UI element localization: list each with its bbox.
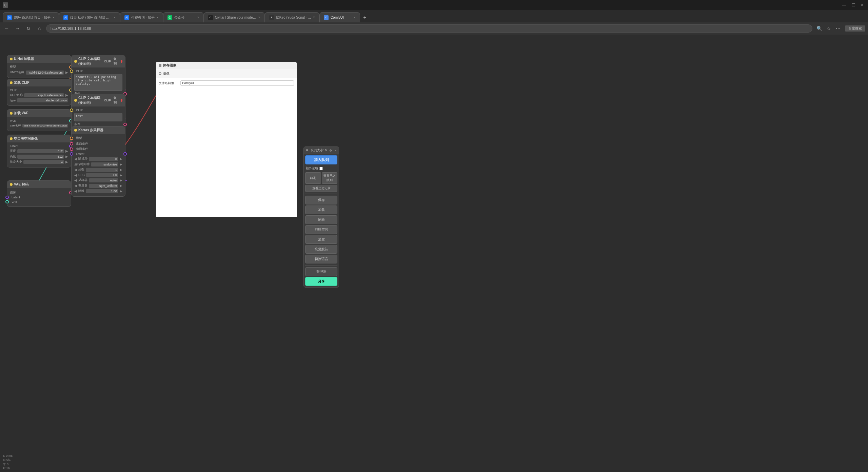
- save-image-dot: [159, 64, 161, 67]
- clip-load-arrow-0[interactable]: ▶: [65, 93, 68, 97]
- settings-button[interactable]: ⋯: [834, 24, 842, 33]
- tab-idkiro[interactable]: I IDKiro (Yuda Song) - ... ×: [265, 12, 319, 22]
- karras-body: 模型 正面条件 负面条件 Latent ◀ 随机种 0 ▶: [72, 134, 125, 196]
- save-image-filename-input[interactable]: [180, 80, 294, 86]
- queue-language-btn[interactable]: 切换语言: [305, 255, 337, 263]
- karras-left-arrow-4[interactable]: ◀: [74, 178, 77, 182]
- tab-zhihu3[interactable]: 知 付费咨询 - 知乎 ×: [120, 12, 163, 22]
- forward-button[interactable]: →: [14, 24, 22, 33]
- karras-latent-output[interactable]: [123, 152, 127, 156]
- clip-text2-clip-connector[interactable]: [70, 109, 73, 112]
- karras-left-arrow-5[interactable]: ◀: [74, 184, 77, 188]
- back-button[interactable]: ←: [3, 24, 11, 33]
- join-queue-button[interactable]: 加入队列: [305, 155, 337, 164]
- karras-right-arrow-4[interactable]: ▶: [120, 178, 122, 182]
- karras-negative-label: 负面条件: [76, 147, 88, 151]
- karras-label-1: 运行时间种: [74, 162, 90, 166]
- save-image-input-connector[interactable]: [159, 72, 161, 75]
- vae-decode-latent-input[interactable]: [5, 196, 9, 199]
- tab-zhihu1[interactable]: 知 (99+ 条消息) 首页 - 知乎 ×: [3, 12, 59, 22]
- address-input[interactable]: [46, 24, 812, 33]
- search-button[interactable]: 🔍: [815, 24, 823, 33]
- close-btn[interactable]: ×: [859, 3, 865, 7]
- queue-settings-icon[interactable]: ⚙: [329, 149, 332, 152]
- clip-text1-textarea[interactable]: beautiful oil painting of a cute cat. hi…: [74, 74, 122, 91]
- new-tab-button[interactable]: +: [360, 13, 370, 22]
- queue-extra-checkbox[interactable]: [319, 167, 323, 170]
- karras-value-6: 1.00: [86, 189, 118, 193]
- karras-right-arrow-2[interactable]: ▶: [120, 168, 122, 172]
- clip-load-value-0: clip_h.safetensors: [24, 93, 64, 97]
- karras-latent-input[interactable]: [70, 152, 73, 156]
- queue-forward-btn[interactable]: 前进: [305, 172, 321, 184]
- clip-text1-close-dot[interactable]: [121, 60, 122, 63]
- clip-text2-output-connector[interactable]: [123, 123, 127, 126]
- karras-model-connector[interactable]: [70, 137, 73, 140]
- clip-text1-clip-connector[interactable]: [70, 70, 73, 73]
- tab-label-2: (1 组私信 / 99+ 条消息) 群...: [70, 15, 112, 20]
- queue-close-icon[interactable]: ×: [335, 149, 337, 152]
- save-image-node: 保存图像 图像 文件名前缀: [156, 62, 297, 217]
- vae-load-field-0: vae名称 vae-ft-6lux-8.0000-ema-pruned.ckpt: [10, 123, 68, 128]
- queue-load-btn[interactable]: 加载: [305, 205, 337, 214]
- tab-close-2[interactable]: ×: [114, 16, 116, 19]
- karras-latent-label: Latent: [76, 152, 84, 156]
- tab-close-1[interactable]: ×: [53, 16, 55, 19]
- tab-close-4[interactable]: ×: [197, 16, 199, 19]
- queue-manager-btn[interactable]: 管理器: [305, 267, 337, 276]
- empty-latent-arrow-0[interactable]: ▶: [65, 149, 68, 153]
- tab-close-3[interactable]: ×: [157, 16, 159, 19]
- tab-wechat[interactable]: 公 公众号 ×: [163, 12, 204, 22]
- empty-latent-label-1: 高度: [10, 154, 16, 159]
- karras-left-arrow-3[interactable]: ◀: [74, 173, 77, 177]
- clip-text2-close-dot[interactable]: [121, 99, 122, 102]
- empty-latent-arrow-2[interactable]: ▶: [65, 160, 68, 164]
- clip-text2-textarea[interactable]: text: [74, 113, 122, 121]
- queue-dots-icon: ⠿: [306, 149, 308, 152]
- tab-civitai[interactable]: C Civitai | Share your models... ×: [204, 12, 265, 22]
- tab-close-6[interactable]: ×: [313, 16, 315, 19]
- vae-decode-vae-input[interactable]: [5, 200, 9, 203]
- karras-field-1: 运行时间种 randomize ▶: [74, 162, 122, 166]
- karras-left-arrow-0[interactable]: ◀: [74, 157, 77, 161]
- karras-right-arrow-6[interactable]: ▶: [120, 189, 122, 193]
- queue-clipboard-btn[interactable]: 剪贴空间: [305, 225, 337, 234]
- home-button[interactable]: ⌂: [35, 24, 43, 33]
- clip-load-node: 加载 CLIP CLIP CLIP名称 clip_h.safetensors ▶…: [7, 79, 71, 106]
- bookmark-button[interactable]: ☆: [825, 24, 833, 33]
- queue-save-btn[interactable]: 保存: [305, 196, 337, 204]
- karras-value-2: 1: [86, 168, 118, 172]
- tab-zhihu2[interactable]: 知 (1 组私信 / 99+ 条消息) 群... ×: [59, 12, 120, 22]
- karras-right-arrow-0[interactable]: ▶: [120, 157, 122, 161]
- clip-text2-dot: [74, 99, 77, 102]
- karras-left-arrow-2[interactable]: ◀: [74, 168, 77, 172]
- karras-left-arrow-6[interactable]: ◀: [74, 189, 77, 193]
- tab-close-5[interactable]: ×: [258, 16, 260, 19]
- save-image-input-label: 图像: [163, 71, 170, 76]
- karras-right-arrow-5[interactable]: ▶: [120, 184, 122, 188]
- karras-header: Karras 步采样器: [72, 126, 125, 134]
- queue-share-btn[interactable]: 分享: [305, 277, 337, 286]
- queue-refresh-btn[interactable]: 刷新: [305, 215, 337, 224]
- minimize-btn[interactable]: —: [840, 3, 848, 7]
- queue-history-btn[interactable]: 查看历史记录: [305, 185, 337, 192]
- tab-close-7[interactable]: ×: [354, 16, 356, 19]
- refresh-button[interactable]: ↻: [24, 24, 33, 33]
- vae-load-dot: [10, 112, 13, 115]
- search-engine[interactable]: 百度搜索: [845, 25, 865, 32]
- karras-negative-connector[interactable]: [70, 148, 73, 151]
- karras-positive-connector[interactable]: [70, 142, 73, 145]
- karras-right-arrow-3[interactable]: ▶: [120, 173, 122, 177]
- tab-comfyui[interactable]: C ComfyUI ×: [319, 12, 360, 22]
- karras-right-arrow-1[interactable]: ▶: [120, 162, 122, 166]
- unet-arrow-0[interactable]: ▶: [65, 71, 68, 74]
- clip-load-value-1: stable_diffusion: [17, 98, 68, 102]
- browser-icon: C: [3, 2, 8, 8]
- karras-value-1: randomize: [91, 162, 118, 166]
- queue-restore-btn[interactable]: 恢复默认: [305, 245, 337, 254]
- queue-clear-btn[interactable]: 清空: [305, 235, 337, 244]
- empty-latent-arrow-1[interactable]: ▶: [65, 155, 68, 158]
- restore-btn[interactable]: ❐: [850, 3, 857, 7]
- tab-favicon-7: C: [324, 15, 329, 20]
- queue-view-queued-btn[interactable]: 查看已入队列: [322, 172, 338, 184]
